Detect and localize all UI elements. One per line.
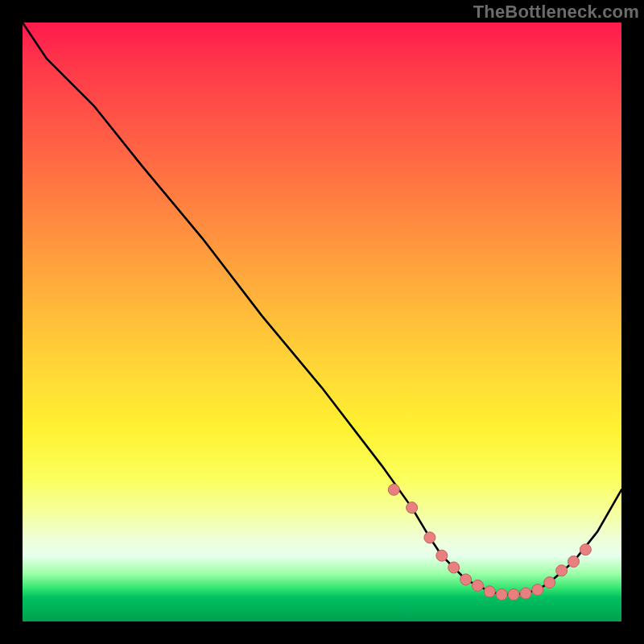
curve-marker (556, 565, 568, 576)
curve-marker (388, 484, 399, 495)
curve-marker (520, 588, 531, 599)
curve-marker (484, 586, 495, 597)
curve-marker (532, 584, 543, 596)
curve-marker (472, 580, 483, 591)
curve-markers (388, 484, 591, 600)
curve-marker (568, 556, 580, 568)
curve-marker (496, 589, 507, 601)
curve-marker (424, 532, 436, 543)
bottleneck-curve (23, 23, 621, 595)
curve-marker (544, 577, 555, 588)
curve-marker (460, 574, 472, 585)
plot-area (23, 23, 621, 621)
curve-marker (580, 544, 591, 555)
curve-marker (407, 502, 418, 514)
curve-layer (23, 23, 621, 621)
curve-marker (508, 589, 519, 601)
watermark-text: TheBottleneck.com (473, 3, 639, 21)
chart-stage: TheBottleneck.com (0, 0, 644, 644)
curve-marker (448, 562, 460, 573)
curve-marker (436, 550, 448, 561)
